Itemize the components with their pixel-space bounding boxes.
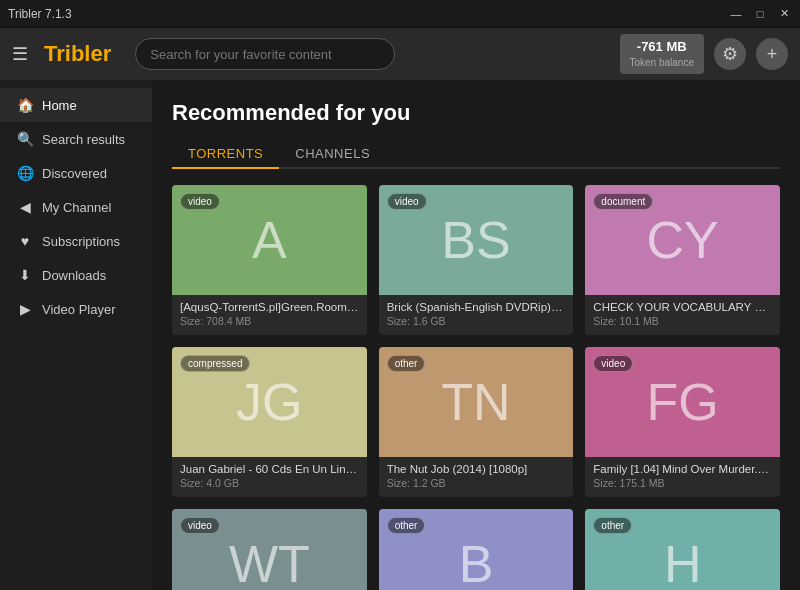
card-size: Size: 10.1 MB [593, 315, 772, 327]
card-card-7[interactable]: video WT [www.Cpasbien.me] The.Man.with.… [172, 509, 367, 590]
sidebar-label-search: Search results [42, 132, 125, 147]
card-thumb: video FG [585, 347, 780, 457]
tab-channels[interactable]: CHANNELS [279, 140, 386, 167]
tab-torrents[interactable]: TORRENTS [172, 140, 279, 169]
add-button[interactable]: + [756, 38, 788, 70]
card-card-2[interactable]: video BS Brick (Spanish-English DVDRip).… [379, 185, 574, 335]
discovered-icon: 🌐 [16, 165, 34, 181]
titlebar: Tribler 7.1.3 — □ ✕ [0, 0, 800, 28]
titlebar-controls: — □ ✕ [728, 6, 792, 22]
card-card-6[interactable]: video FG Family [1.04] Mind Over Murder.… [585, 347, 780, 497]
main-content: Recommended for you TORRENTSCHANNELS vid… [152, 80, 800, 590]
sidebar-label-discovered: Discovered [42, 166, 107, 181]
card-badge: video [593, 355, 633, 372]
page-title: Recommended for you [172, 100, 780, 126]
home-icon: 🏠 [16, 97, 34, 113]
sidebar-label-subscriptions: Subscriptions [42, 234, 120, 249]
card-letters: BS [441, 210, 510, 270]
minimize-button[interactable]: — [728, 6, 744, 22]
card-card-8[interactable]: other B benjamin-tucker-individual-liber… [379, 509, 574, 590]
token-value: -761 MB [630, 38, 695, 56]
settings-icon: ⚙ [722, 43, 738, 65]
videoplayer-icon: ▶ [16, 301, 34, 317]
card-badge: other [387, 517, 426, 534]
card-name: CHECK YOUR VOCABULARY FOR IELTS- [593, 301, 772, 313]
card-info: CHECK YOUR VOCABULARY FOR IELTS- Size: 1… [585, 295, 780, 335]
card-size: Size: 708.4 MB [180, 315, 359, 327]
card-letters: CY [647, 210, 719, 270]
sidebar: 🏠Home🔍Search results🌐Discovered◀My Chann… [0, 80, 152, 590]
card-thumb: video A [172, 185, 367, 295]
header-right: -761 MB Token balance ⚙ + [620, 34, 789, 74]
card-name: Brick (Spanish-English DVDRip).avi [387, 301, 566, 313]
content-grid: video A [AqusQ-TorrentS.pl]Green.Room.PL… [172, 185, 780, 590]
hamburger-icon[interactable]: ☰ [12, 43, 28, 65]
maximize-button[interactable]: □ [752, 6, 768, 22]
card-size: Size: 1.2 GB [387, 477, 566, 489]
card-badge: compressed [180, 355, 250, 372]
sidebar-label-mychannel: My Channel [42, 200, 111, 215]
card-card-3[interactable]: document CY CHECK YOUR VOCABULARY FOR IE… [585, 185, 780, 335]
card-thumb: other H [585, 509, 780, 590]
sidebar-item-home[interactable]: 🏠Home [0, 88, 152, 122]
token-balance: -761 MB Token balance [620, 34, 705, 74]
sidebar-item-search[interactable]: 🔍Search results [0, 122, 152, 156]
subscriptions-icon: ♥ [16, 233, 34, 249]
card-card-4[interactable]: compressed JG Juan Gabriel - 60 Cds En U… [172, 347, 367, 497]
card-badge: other [593, 517, 632, 534]
sidebar-item-downloads[interactable]: ⬇Downloads [0, 258, 152, 292]
card-info: [AqusQ-TorrentS.pl]Green.Room.PL.BDR Siz… [172, 295, 367, 335]
tabs: TORRENTSCHANNELS [172, 140, 780, 169]
brand-logo: Tribler [44, 41, 111, 67]
close-button[interactable]: ✕ [776, 6, 792, 22]
card-thumb: other B [379, 509, 574, 590]
card-name: [AqusQ-TorrentS.pl]Green.Room.PL.BDR [180, 301, 359, 313]
card-letters: H [664, 534, 702, 590]
titlebar-title: Tribler 7.1.3 [8, 7, 728, 21]
card-letters: A [252, 210, 287, 270]
card-thumb: compressed JG [172, 347, 367, 457]
downloads-icon: ⬇ [16, 267, 34, 283]
card-letters: B [459, 534, 494, 590]
card-badge: other [387, 355, 426, 372]
card-badge: video [180, 517, 220, 534]
settings-button[interactable]: ⚙ [714, 38, 746, 70]
search-icon: 🔍 [16, 131, 34, 147]
card-name: Juan Gabriel - 60 Cds En Un Link Discogr [180, 463, 359, 475]
sidebar-item-subscriptions[interactable]: ♥Subscriptions [0, 224, 152, 258]
card-card-5[interactable]: other TN The Nut Job (2014) [1080p] Size… [379, 347, 574, 497]
card-badge: video [387, 193, 427, 210]
card-thumb: video WT [172, 509, 367, 590]
card-size: Size: 4.0 GB [180, 477, 359, 489]
header: ☰ Tribler -761 MB Token balance ⚙ + [0, 28, 800, 80]
card-badge: document [593, 193, 653, 210]
card-info: Juan Gabriel - 60 Cds En Un Link Discogr… [172, 457, 367, 497]
card-info: Brick (Spanish-English DVDRip).avi Size:… [379, 295, 574, 335]
card-size: Size: 175.1 MB [593, 477, 772, 489]
card-letters: WT [229, 534, 310, 590]
search-input[interactable] [135, 38, 395, 70]
card-thumb: video BS [379, 185, 574, 295]
card-info: The Nut Job (2014) [1080p] Size: 1.2 GB [379, 457, 574, 497]
card-card-1[interactable]: video A [AqusQ-TorrentS.pl]Green.Room.PL… [172, 185, 367, 335]
card-thumb: document CY [585, 185, 780, 295]
card-name: Family [1.04] Mind Over Murder.avi [593, 463, 772, 475]
add-icon: + [767, 44, 778, 65]
mychannel-icon: ◀ [16, 199, 34, 215]
sidebar-item-videoplayer[interactable]: ▶Video Player [0, 292, 152, 326]
layout: 🏠Home🔍Search results🌐Discovered◀My Chann… [0, 80, 800, 590]
card-card-9[interactable]: other H Hitman (2007) UNRATED Size: 550.… [585, 509, 780, 590]
card-letters: FG [647, 372, 719, 432]
sidebar-label-downloads: Downloads [42, 268, 106, 283]
card-size: Size: 1.6 GB [387, 315, 566, 327]
card-name: The Nut Job (2014) [1080p] [387, 463, 566, 475]
card-thumb: other TN [379, 347, 574, 457]
sidebar-label-home: Home [42, 98, 77, 113]
sidebar-item-discovered[interactable]: 🌐Discovered [0, 156, 152, 190]
token-label: Token balance [630, 56, 695, 70]
card-badge: video [180, 193, 220, 210]
sidebar-item-mychannel[interactable]: ◀My Channel [0, 190, 152, 224]
card-info: Family [1.04] Mind Over Murder.avi Size:… [585, 457, 780, 497]
card-letters: JG [236, 372, 302, 432]
sidebar-label-videoplayer: Video Player [42, 302, 115, 317]
